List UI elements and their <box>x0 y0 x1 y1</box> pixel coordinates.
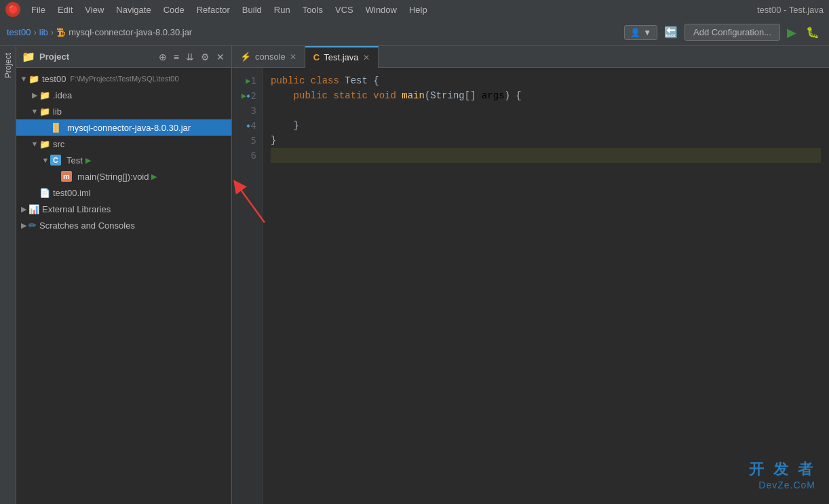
menu-build[interactable]: Build <box>237 3 267 16</box>
tree-item-main-method[interactable]: m main(String[]):void ▶ <box>16 168 231 185</box>
line-3-gutter: 3 <box>232 103 262 118</box>
breadcrumb-file: mysql-connector-java-8.0.30.jar <box>69 27 192 37</box>
menu-refactor[interactable]: Refactor <box>191 3 235 16</box>
code-line-6 <box>271 148 821 163</box>
line-numbers: ▶ 1 ▶ ◆ 2 3 ◆ 4 5 6 <box>232 68 263 504</box>
main-layout: Project 📁 Project ⊕ ≡ ⇊ ⚙ ✕ ▼ 📁 test00 F… <box>0 46 829 504</box>
tab-console-label: console <box>255 52 286 62</box>
profile-dropdown-icon: ▼ <box>643 28 651 37</box>
line-num-1: 1 <box>251 75 256 86</box>
settings-button[interactable]: ⚙ <box>199 50 211 64</box>
project-folder-icon: 📁 <box>22 50 35 63</box>
menu-edit[interactable]: Edit <box>52 3 78 16</box>
folder-icon-lib: 📁 <box>39 106 50 117</box>
collapse-all-button[interactable]: ⇊ <box>185 50 195 64</box>
editor-tabs-bar: ⚡ console ✕ C Test.java ✕ <box>232 46 829 68</box>
tree-label-main: main(String[]):void <box>77 172 149 182</box>
run-icon-2[interactable]: ▶ <box>242 91 246 100</box>
tree-item-scratches[interactable]: ▶ ✏ Scratches and Consoles <box>16 217 231 233</box>
tab-test-java-label: Test.java <box>324 52 358 62</box>
app-logo: 🔴 <box>5 2 20 17</box>
tree-label-jar: mysql-connector-java-8.0.30.jar <box>67 123 191 133</box>
menubar: 🔴 File Edit View Navigate Code Refactor … <box>0 0 829 19</box>
project-panel: 📁 Project ⊕ ≡ ⇊ ⚙ ✕ ▼ 📁 test00 F:\MyProj… <box>16 46 232 504</box>
menu-code[interactable]: Code <box>158 3 190 16</box>
code-editor: ▶ 1 ▶ ◆ 2 3 ◆ 4 5 6 <box>232 68 829 504</box>
run-indicator: ▶ <box>85 156 91 165</box>
toolbar: test00 › lib › 🗜 mysql-connector-java-8.… <box>0 19 829 46</box>
tree-item-test00[interactable]: ▼ 📁 test00 F:\MyProjects\TestMySQL\test0… <box>16 71 231 87</box>
menu-tools[interactable]: Tools <box>297 3 328 16</box>
close-panel-button[interactable]: ✕ <box>215 50 226 64</box>
arrow-test-class: ▼ <box>41 156 50 164</box>
line-num-2: 2 <box>251 90 256 101</box>
project-gutter-label[interactable]: Project <box>3 53 13 78</box>
console-close-button[interactable]: ✕ <box>290 52 296 62</box>
folder-icon-test00: 📁 <box>28 74 39 84</box>
window-title: test00 - Test.java <box>757 5 824 15</box>
line-5-gutter: 5 <box>232 133 262 148</box>
menu-navigate[interactable]: Navigate <box>111 3 156 16</box>
side-gutter: Project <box>0 46 16 504</box>
breadcrumb-root[interactable]: test00 <box>7 27 31 37</box>
folder-icon-idea: 📁 <box>39 90 50 100</box>
folder-icon-src: 📁 <box>39 139 50 149</box>
editor-area: ⚡ console ✕ C Test.java ✕ ▶ 1 ▶ ◆ 2 <box>232 46 829 504</box>
line-num-4: 4 <box>251 120 256 131</box>
code-line-2: public static void main(String[] args) { <box>271 88 821 103</box>
menu-file[interactable]: File <box>26 3 51 16</box>
back-button[interactable]: 🔙 <box>661 24 680 40</box>
profile-icon: 👤 <box>630 28 640 37</box>
tree-item-idea[interactable]: ▶ 📁 .idea <box>16 87 231 103</box>
arrow-test00: ▼ <box>19 75 28 83</box>
run-icon-1[interactable]: ▶ <box>246 76 250 85</box>
tree-item-ext-lib[interactable]: ▶ 📊 External Libraries <box>16 201 231 217</box>
test-java-close-button[interactable]: ✕ <box>363 53 370 62</box>
profile-button[interactable]: 👤 ▼ <box>624 25 657 40</box>
menu-vcs[interactable]: VCS <box>330 3 359 16</box>
ext-lib-icon: 📊 <box>28 204 39 214</box>
tree-label-iml: test00.iml <box>53 188 91 198</box>
tree-item-src[interactable]: ▼ 📁 src <box>16 136 231 152</box>
debug-button[interactable]: 🐛 <box>803 24 822 40</box>
code-content[interactable]: public class Test { public static void m… <box>263 68 829 504</box>
tree-label-lib: lib <box>53 106 62 117</box>
scroll-to-center-button[interactable]: ≡ <box>172 50 180 64</box>
breadcrumb-sep-2: › <box>51 27 54 37</box>
menu-view[interactable]: View <box>79 3 109 16</box>
console-tab-icon: ⚡ <box>240 52 251 62</box>
line-6-gutter: 6 <box>232 148 262 163</box>
scratch-icon: ✏ <box>28 220 37 231</box>
add-content-button[interactable]: ⊕ <box>157 50 168 64</box>
tree-item-iml[interactable]: 📄 test00.iml <box>16 185 231 201</box>
bookmark-icon-2: ◆ <box>246 92 250 99</box>
tree-label-src: src <box>53 139 64 149</box>
tree-label-idea: .idea <box>53 90 72 100</box>
code-line-5: } <box>271 133 821 148</box>
arrow-idea: ▶ <box>30 91 39 100</box>
jar-icon: 🗜 <box>56 27 66 38</box>
tree-item-lib[interactable]: ▼ 📁 lib <box>16 103 231 119</box>
tab-test-java[interactable]: C Test.java ✕ <box>305 46 379 68</box>
tree-item-jar[interactable]: ▐▌ mysql-connector-java-8.0.30.jar <box>16 119 231 136</box>
line-4-gutter: ◆ 4 <box>232 118 262 133</box>
tree-label-test00: test00 <box>42 74 66 84</box>
run-button[interactable]: ▶ <box>784 24 799 41</box>
menu-window[interactable]: Window <box>360 3 402 16</box>
method-icon: m <box>61 171 72 182</box>
project-panel-header: 📁 Project ⊕ ≡ ⇊ ⚙ ✕ <box>16 46 231 68</box>
menu-run[interactable]: Run <box>269 3 296 16</box>
tab-console[interactable]: ⚡ console ✕ <box>232 46 305 68</box>
tree-item-test-class[interactable]: ▼ C Test ▶ <box>16 152 231 168</box>
arrow-src: ▼ <box>30 140 39 148</box>
code-line-3 <box>271 103 821 118</box>
line-num-5: 5 <box>251 135 256 146</box>
run-indicator-2: ▶ <box>151 172 157 181</box>
project-tree: ▼ 📁 test00 F:\MyProjects\TestMySQL\test0… <box>16 68 231 504</box>
tree-path-test00: F:\MyProjects\TestMySQL\test00 <box>70 75 178 83</box>
toolbar-right: 👤 ▼ 🔙 Add Configuration... ▶ 🐛 <box>624 24 822 41</box>
menu-help[interactable]: Help <box>404 3 433 16</box>
breadcrumb-lib[interactable]: lib <box>39 27 48 37</box>
line-num-6: 6 <box>251 150 256 161</box>
add-configuration-button[interactable]: Add Configuration... <box>685 24 780 41</box>
